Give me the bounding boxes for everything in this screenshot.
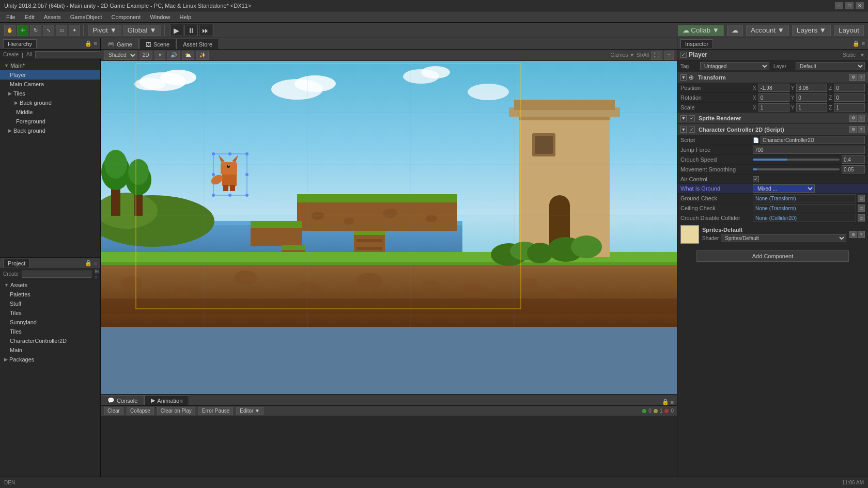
movement-smoothing-slider[interactable] bbox=[753, 168, 840, 170]
restore-button[interactable]: □ bbox=[845, 2, 854, 9]
pause-button[interactable]: ⏸ bbox=[184, 25, 198, 36]
editor-button[interactable]: Editor ▼ bbox=[236, 407, 264, 415]
menu-window[interactable]: Window bbox=[146, 13, 174, 21]
menu-gameobject[interactable]: GameObject bbox=[66, 13, 106, 21]
menu-assets[interactable]: Assets bbox=[40, 13, 65, 21]
hierarchy-item-tiles[interactable]: ▶ Tiles bbox=[0, 89, 100, 98]
inspector-lock-icon[interactable]: 🔒 bbox=[853, 40, 860, 47]
project-menu-icon[interactable]: ≡ bbox=[94, 260, 97, 266]
move-tool-button[interactable]: ✛ bbox=[17, 25, 28, 36]
layers-button[interactable]: Layers ▼ bbox=[792, 25, 831, 36]
2d-button[interactable]: 2D bbox=[140, 51, 152, 60]
hierarchy-item-camera[interactable]: Main Camera bbox=[0, 80, 100, 89]
menu-help[interactable]: Help bbox=[175, 13, 195, 21]
pivot-button[interactable]: Pivot ▼ bbox=[88, 25, 121, 36]
hierarchy-item-background[interactable]: ▶ Back ground bbox=[0, 126, 100, 135]
collapse-button[interactable]: Collapse bbox=[127, 407, 154, 415]
project-search[interactable] bbox=[22, 271, 91, 278]
hierarchy-lock-icon[interactable]: 🔒 bbox=[85, 40, 92, 47]
hierarchy-item-background2[interactable]: ▶ Back ground bbox=[0, 98, 100, 107]
project-item-controller[interactable]: CharacterController2D bbox=[0, 336, 100, 345]
create-label[interactable]: Create bbox=[3, 52, 19, 57]
script-input[interactable] bbox=[761, 136, 865, 144]
cc-help-icon[interactable]: ? bbox=[858, 126, 865, 133]
hierarchy-item-player[interactable]: Player bbox=[0, 70, 100, 80]
cloud-button[interactable]: ☁ bbox=[727, 25, 743, 36]
jump-force-input[interactable] bbox=[753, 146, 865, 154]
sprites-settings-icon[interactable]: ⚙ bbox=[849, 231, 857, 238]
project-item-packages[interactable]: ▶ Packages bbox=[0, 355, 100, 364]
skybox-button[interactable]: ⛅ bbox=[182, 51, 194, 60]
clear-button[interactable]: Clear bbox=[104, 407, 123, 415]
what-is-ground-select[interactable]: Mixed ... bbox=[753, 184, 815, 193]
all-label[interactable]: All bbox=[26, 52, 32, 57]
hand-tool-button[interactable]: ✋ bbox=[4, 25, 16, 36]
ceiling-check-input[interactable] bbox=[753, 204, 856, 212]
tag-select[interactable]: Untagged bbox=[700, 62, 769, 70]
tab-asset-store[interactable]: Asset Store bbox=[176, 39, 219, 49]
tab-scene[interactable]: 🖼 Scene bbox=[139, 39, 176, 49]
add-component-button[interactable]: Add Component bbox=[696, 250, 849, 262]
error-pause-button[interactable]: Error Pause bbox=[198, 407, 233, 415]
ceiling-check-pick-icon[interactable]: ◎ bbox=[858, 204, 865, 212]
rot-y-input[interactable] bbox=[796, 93, 827, 102]
hierarchy-item-main[interactable]: ▼ Main* bbox=[0, 61, 100, 70]
close-button[interactable]: ✕ bbox=[856, 2, 864, 9]
project-item-main[interactable]: Main bbox=[0, 345, 100, 355]
sprite-renderer-header[interactable]: ▼ ✓ Sprite Renderer ⚙ ? bbox=[677, 113, 868, 124]
movement-smoothing-input[interactable] bbox=[842, 165, 865, 174]
rot-z-input[interactable] bbox=[834, 93, 865, 102]
scale-z-input[interactable] bbox=[834, 103, 865, 112]
play-button[interactable]: ▶ bbox=[170, 25, 183, 36]
menu-component[interactable]: Component bbox=[107, 13, 145, 21]
crouch-speed-slider[interactable] bbox=[753, 159, 840, 161]
air-control-checkbox[interactable]: ✓ bbox=[753, 176, 759, 182]
rect-tool-button[interactable]: ▭ bbox=[56, 25, 67, 36]
crouch-disable-pick-icon[interactable]: ◎ bbox=[858, 214, 865, 222]
ground-check-pick-icon[interactable]: ◎ bbox=[858, 195, 865, 202]
transform-component-header[interactable]: ▼ ⊕ Transform ⚙ ? bbox=[677, 72, 868, 83]
scale-y-input[interactable] bbox=[796, 103, 827, 112]
sound-button[interactable]: 🔊 bbox=[167, 51, 180, 60]
character-controller-header[interactable]: ▼ ✓ Character Controller 2D (Script) ⚙ ? bbox=[677, 124, 868, 135]
pos-z-input[interactable] bbox=[834, 84, 865, 92]
multi-tool-button[interactable]: ✦ bbox=[69, 25, 80, 36]
player-active-checkbox[interactable]: ✓ bbox=[680, 52, 687, 58]
scale-tool-button[interactable]: ⤡ bbox=[43, 25, 54, 36]
project-create-label[interactable]: Create bbox=[3, 271, 19, 277]
shaded-select[interactable]: Shaded bbox=[104, 51, 137, 60]
cc-settings-icon[interactable]: ⚙ bbox=[849, 126, 857, 133]
project-item-sunnyland[interactable]: Sunnyland bbox=[0, 318, 100, 327]
lights-button[interactable]: ☀ bbox=[154, 51, 165, 60]
shader-select[interactable]: Sprites/Default bbox=[721, 234, 846, 242]
account-button[interactable]: Account ▼ bbox=[746, 25, 789, 36]
pos-y-input[interactable] bbox=[796, 84, 827, 92]
transform-settings-icon[interactable]: ⚙ bbox=[849, 74, 857, 81]
minimize-button[interactable]: − bbox=[835, 2, 843, 9]
scale-x-input[interactable] bbox=[758, 103, 789, 112]
inspector-menu-icon[interactable]: ≡ bbox=[862, 40, 865, 47]
hierarchy-item-middle[interactable]: Middle bbox=[0, 107, 100, 117]
project-item-assets[interactable]: ▼ Assets bbox=[0, 280, 100, 290]
console-lock-icon[interactable]: 🔒 bbox=[662, 399, 669, 405]
collab-button[interactable]: ☁ Collab ▼ bbox=[678, 25, 724, 36]
project-tab[interactable]: Project bbox=[3, 259, 30, 267]
maximize-scene-button[interactable]: ⛶ bbox=[651, 51, 662, 60]
hierarchy-menu-icon[interactable]: ≡ bbox=[94, 40, 97, 47]
transform-help-icon[interactable]: ? bbox=[858, 74, 865, 81]
window-controls[interactable]: − □ ✕ bbox=[835, 2, 864, 9]
scene-menu-button[interactable]: ≡ bbox=[664, 51, 674, 60]
hierarchy-search[interactable] bbox=[35, 51, 105, 58]
console-tab[interactable]: 💬 Console bbox=[101, 395, 144, 405]
sprite-settings-icon[interactable]: ⚙ bbox=[849, 115, 857, 122]
scene-viewport[interactable] bbox=[101, 61, 677, 394]
sprite-help-icon[interactable]: ? bbox=[858, 115, 865, 122]
menu-file[interactable]: File bbox=[2, 13, 20, 21]
rot-x-input[interactable] bbox=[758, 93, 789, 102]
crouch-disable-input[interactable] bbox=[753, 214, 856, 222]
ground-check-input[interactable] bbox=[753, 194, 856, 202]
crouch-speed-input[interactable] bbox=[842, 155, 865, 164]
cc-active-checkbox[interactable]: ✓ bbox=[689, 127, 695, 133]
console-menu-icon[interactable]: ≡ bbox=[671, 399, 674, 405]
menu-edit[interactable]: Edit bbox=[21, 13, 39, 21]
